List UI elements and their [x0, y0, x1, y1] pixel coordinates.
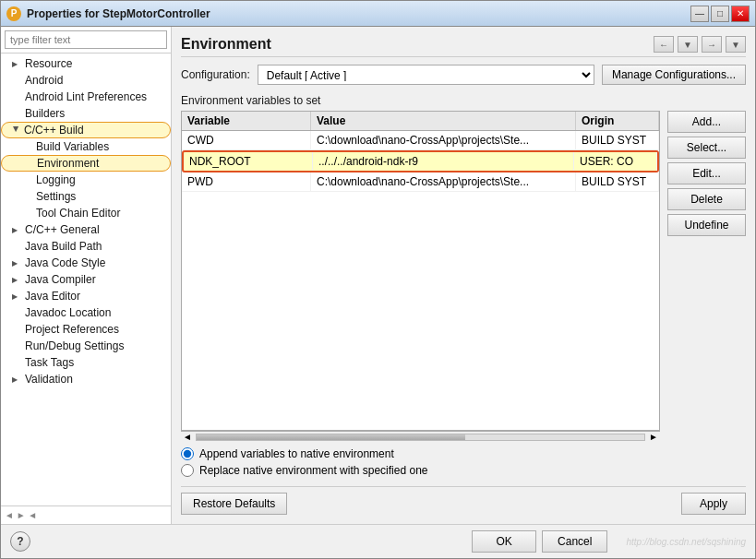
add-button[interactable]: Add...: [667, 111, 746, 133]
manage-configurations-button[interactable]: Manage Configurations...: [602, 65, 746, 85]
sidebar-item-builders[interactable]: Builders: [1, 105, 171, 122]
sidebar-item-logging[interactable]: Logging: [1, 172, 171, 188]
help-button[interactable]: ?: [10, 531, 30, 552]
sidebar-item-label: Task Tags: [25, 356, 74, 369]
delete-button[interactable]: Delete: [667, 188, 746, 210]
window-icon: P: [6, 6, 21, 21]
sidebar-item-settings[interactable]: Settings: [1, 188, 171, 205]
filter-box: [1, 27, 171, 54]
sidebar-item-label: Build Variables: [36, 140, 109, 153]
cell-origin: BUILD SYST: [576, 172, 659, 191]
select-button[interactable]: Select...: [667, 137, 746, 159]
window-bottom: ? OK Cancel http://blog.csdn.net/sqshini…: [1, 524, 755, 558]
main-panel: Environment ← ▼ → ▼ Configuration: Defau…: [172, 27, 755, 524]
table-empty-space: [182, 192, 659, 430]
env-section: Variable Value Origin CWD C:\download\na…: [181, 111, 746, 442]
titlebar: P Properties for StepMotorController — □…: [1, 1, 755, 27]
panel-nav-buttons: ← ▼ → ▼: [654, 36, 746, 53]
titlebar-buttons: — □ ✕: [690, 6, 750, 22]
header-value: Value: [311, 112, 576, 130]
sidebar-item-label: Javadoc Location: [25, 306, 111, 319]
sidebar-item-label: Android: [25, 74, 63, 87]
header-variable: Variable: [182, 112, 311, 130]
sidebar-item-label: Java Editor: [25, 290, 80, 303]
sidebar-item-android[interactable]: Android: [1, 72, 171, 89]
minimize-button[interactable]: —: [690, 6, 709, 22]
sidebar-item-android-lint[interactable]: Android Lint Preferences: [1, 89, 171, 105]
table-row-ndk[interactable]: NDK_ROOT ../../../android-ndk-r9 USER: C…: [182, 150, 659, 172]
sidebar-item-java-code-style[interactable]: ▶ Java Code Style: [1, 255, 171, 271]
ok-cancel-area: OK Cancel: [472, 530, 607, 553]
header-origin: Origin: [576, 112, 659, 130]
sidebar-item-tool-chain-editor[interactable]: Tool Chain Editor: [1, 205, 171, 221]
radio-item-replace: Replace native environment with specifie…: [181, 464, 746, 477]
cell-variable: NDK_ROOT: [184, 152, 313, 171]
apply-button[interactable]: Apply: [681, 493, 746, 515]
cell-origin: USER: CO: [574, 152, 657, 171]
forward-dropdown-button[interactable]: ▼: [726, 36, 746, 53]
undefine-button[interactable]: Undefine: [667, 214, 746, 236]
scrollbar-thumb: [197, 434, 465, 440]
sidebar-item-label: Project References: [25, 323, 119, 336]
sidebar-bottom: ◄ ► ◄: [1, 505, 171, 524]
horizontal-scrollbar[interactable]: ◄ ►: [181, 431, 660, 442]
panel-title: Environment: [181, 36, 271, 53]
collapse-icon: ▶: [12, 226, 21, 234]
scroll-left-btn[interactable]: ◄: [181, 432, 194, 442]
sidebar-item-validation[interactable]: ▶ Validation: [1, 371, 171, 387]
sidebar-item-label: C/C++ Build: [24, 124, 84, 137]
sidebar-item-environment[interactable]: Environment: [1, 155, 171, 172]
sidebar-item-label: Java Compiler: [25, 273, 96, 286]
titlebar-left: P Properties for StepMotorController: [6, 6, 210, 21]
collapse-icon: ▶: [12, 60, 21, 68]
sidebar-item-label: Java Build Path: [25, 240, 102, 253]
sidebar-item-c-cpp-build[interactable]: ▶ C/C++ Build: [1, 122, 171, 138]
window-title: Properties for StepMotorController: [27, 7, 210, 20]
sidebar-item-java-editor[interactable]: ▶ Java Editor: [1, 288, 171, 304]
sidebar-item-resource[interactable]: ▶ Resource: [1, 55, 171, 72]
ok-button[interactable]: OK: [472, 530, 536, 553]
expand-icon: ▶: [12, 125, 20, 135]
table-row[interactable]: CWD C:\download\nano-CrossApp\projects\S…: [182, 131, 659, 150]
forward-button[interactable]: →: [702, 36, 722, 53]
radio-replace[interactable]: [181, 464, 194, 477]
scroll-right-btn[interactable]: ►: [647, 432, 660, 442]
radio-append[interactable]: [181, 447, 194, 460]
sidebar-item-project-references[interactable]: Project References: [1, 321, 171, 338]
radio-group: Append variables to native environment R…: [181, 447, 746, 481]
config-label: Configuration:: [181, 68, 250, 81]
collapse-icon: ▶: [12, 259, 21, 268]
cancel-button[interactable]: Cancel: [542, 530, 607, 553]
maximize-button[interactable]: □: [711, 6, 729, 22]
restore-defaults-button[interactable]: Restore Defaults: [181, 493, 287, 515]
sidebar-item-java-build-path[interactable]: Java Build Path: [1, 238, 171, 255]
sidebar-item-label: Settings: [36, 190, 76, 203]
sidebar-item-task-tags[interactable]: Task Tags: [1, 354, 171, 371]
sidebar-item-run-debug[interactable]: Run/Debug Settings: [1, 338, 171, 354]
main-window: P Properties for StepMotorController — □…: [0, 0, 756, 559]
tree-area: ▶ Resource Android Android Lint Preferen…: [1, 54, 171, 505]
env-table: Variable Value Origin CWD C:\download\na…: [181, 111, 660, 431]
cell-variable: CWD: [182, 131, 311, 149]
cell-variable: PWD: [182, 172, 311, 191]
back-button[interactable]: ←: [654, 36, 674, 53]
sidebar-item-javadoc-location[interactable]: Javadoc Location: [1, 304, 171, 321]
sidebar-item-java-compiler[interactable]: ▶ Java Compiler: [1, 271, 171, 288]
radio-replace-label: Replace native environment with specifie…: [199, 464, 427, 477]
edit-button[interactable]: Edit...: [667, 162, 746, 184]
sidebar-item-label: Logging: [36, 173, 76, 186]
sidebar-item-label: Builders: [25, 107, 65, 120]
sidebar-item-build-variables[interactable]: Build Variables: [1, 138, 171, 155]
table-header: Variable Value Origin: [182, 112, 659, 131]
cell-value: ../../../android-ndk-r9: [313, 152, 574, 171]
filter-input[interactable]: [5, 30, 167, 49]
dropdown-button[interactable]: ▼: [678, 36, 698, 53]
table-row[interactable]: PWD C:\download\nano-CrossApp\projects\S…: [182, 172, 659, 192]
sidebar-item-c-cpp-general[interactable]: ▶ C/C++ General: [1, 221, 171, 238]
collapse-icon: ▶: [12, 276, 21, 284]
collapse-icon: ▶: [12, 375, 21, 384]
close-button[interactable]: ✕: [731, 6, 750, 22]
config-select[interactable]: Default [ Active ]: [258, 65, 594, 85]
side-buttons: Add... Select... Edit... Delete Undefine: [667, 111, 746, 442]
scrollbar-track[interactable]: [196, 434, 645, 441]
